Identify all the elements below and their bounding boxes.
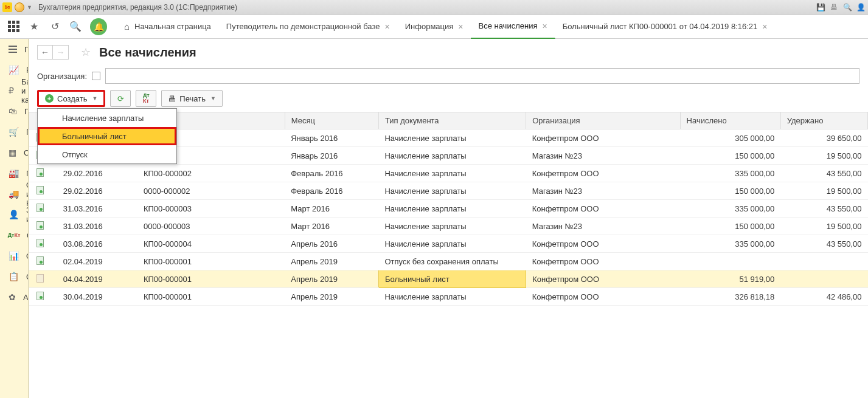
document-status-icon [35,292,45,300]
close-icon[interactable]: × [542,21,547,31]
cell-month: Апрель 2019 [285,288,378,306]
cell-deducted: 19 500,00 [780,147,867,165]
dropdown-arrow-icon[interactable]: ▼ [27,4,32,10]
table-row[interactable]: 03.08.2016КП00-000004Апрель 2016Начислен… [29,235,868,253]
document-status-icon [35,274,45,283]
print-button[interactable]: 🖶 Печать ▼ [161,90,223,107]
tab-1[interactable]: Информация× [398,15,471,39]
cell-type: Отпуск без сохранения оплаты [378,253,526,270]
cell-deducted: 43 550,00 [780,200,867,218]
tab-3[interactable]: Больничный лист КП00-000001 от 04.04.201… [555,15,776,39]
orange-circle-icon[interactable] [15,2,24,12]
search-icon[interactable]: 🔍 [842,2,852,12]
tab-2[interactable]: Все начисления× [471,15,555,39]
cell-number: КП00-000001 [137,253,285,270]
create-button[interactable]: + Создать ▼ [37,90,105,107]
nav-forward-button[interactable]: → [53,45,69,60]
cell-month: Февраль 2016 [285,182,378,200]
chevron-down-icon: ▼ [210,95,216,101]
refresh-button[interactable]: ⟳ [110,90,131,107]
sidebar-item-2[interactable]: ₽Банк и касса [0,80,28,101]
dtkt-icon: ДтКт [143,93,150,104]
home-icon: ⌂ [124,21,130,32]
close-icon[interactable]: × [762,22,767,32]
cell-date: 31.03.2016 [57,200,137,218]
column-header[interactable]: Тип документа [378,112,526,129]
print-icon[interactable]: 🖶 [829,2,839,12]
table-row[interactable]: 02.04.2019КП00-000001Апрель 2019Отпуск б… [29,253,868,270]
table-row[interactable]: 29.02.2016КП00-000002Февраль 2016Начисле… [29,165,868,182]
logo-1c-icon: 1c [2,2,12,12]
cell-deducted: 39 650,00 [780,129,867,147]
table-row[interactable]: 31.03.20160000-000003Март 2016Начисление… [29,218,868,235]
cell-date: 29.02.2016 [57,182,137,200]
document-status-icon [35,168,45,177]
book-icon: 📋 [9,271,19,282]
sidebar: Главное📈Руководителю₽Банк и касса🛍Продаж… [0,39,29,398]
filter-org-input[interactable] [105,68,859,84]
cell-accrued: 305 000,00 [680,129,780,147]
cell-type: Начисление зарплаты [378,235,526,253]
sidebar-item-label: Главное [24,45,29,54]
column-header[interactable]: Месяц [285,112,378,129]
cell-deducted [780,253,867,270]
favorite-star-icon[interactable]: ☆ [78,45,93,60]
sidebar-item-12[interactable]: ✿Администрирование [0,287,28,307]
column-header[interactable]: Удержано [780,112,867,129]
column-header[interactable]: Организация [526,112,680,129]
tab-label: Больничный лист КП00-000001 от 04.04.201… [563,22,758,31]
truck-icon: 🚚 [9,188,19,199]
sidebar-item-label: Банк и касса [21,77,29,105]
table-row[interactable]: 04.04.2019КП00-000001Апрель 2019Больничн… [29,270,868,288]
close-icon[interactable]: × [385,22,390,32]
sidebar-item-10[interactable]: 📊Отчеты [0,245,28,266]
cell-type: Начисление зарплаты [378,129,526,147]
cell-date: 30.04.2019 [57,288,137,306]
cell-deducted: 19 500,00 [780,182,867,200]
cell-accrued: 326 818,18 [680,288,780,306]
cell-number: КП00-000001 [137,270,285,288]
table-row[interactable]: 30.04.2019КП00-000001Апрель 2019Начислен… [29,288,868,306]
filter-org-checkbox[interactable] [92,72,100,80]
dropdown-item-0[interactable]: Начисление зарплаты [38,109,176,127]
table-row[interactable]: 31.03.2016КП00-000003Март 2016Начисление… [29,200,868,218]
close-icon[interactable]: × [458,22,463,32]
save-icon[interactable]: 💾 [816,2,825,12]
create-dropdown: Начисление зарплатыБольничный листОтпуск [37,108,177,164]
sidebar-item-6[interactable]: 🏭Производство [0,163,28,184]
title-bar: 1c ▼ Бухгалтерия предприятия, редакция 3… [0,0,868,15]
cell-deducted: 43 550,00 [780,235,867,253]
sidebar-item-8[interactable]: 👤Зарплата и кадры [0,204,28,225]
tab-0[interactable]: Путеводитель по демонстрационной базе× [219,15,398,39]
sidebar-item-label: Администрирование [23,293,29,302]
tab-home[interactable]: ⌂ Начальная страница [114,15,219,39]
sidebar-item-5[interactable]: ▦Склад [0,142,28,163]
cell-type: Начисление зарплаты [378,165,526,182]
search-toolbar-icon[interactable]: 🔍 [69,21,82,33]
sidebar-item-7[interactable]: 🚚ОС и НМА [0,184,28,204]
cell-org: Конфетпром ООО [526,165,680,182]
apps-grid-icon[interactable] [7,21,19,33]
user-status-icon[interactable]: 👤 [856,2,866,12]
document-status-icon [35,221,45,230]
bag-icon: 🛍 [9,106,17,117]
dtkt-button[interactable]: ДтКт [136,90,156,107]
nav-back-button[interactable]: ← [37,45,53,60]
sidebar-item-9[interactable]: ДтКтОперации [0,225,28,245]
document-status-icon [35,204,45,212]
column-header[interactable]: Начислено [680,112,780,129]
dropdown-item-2[interactable]: Отпуск [38,145,176,163]
sidebar-item-0[interactable]: Главное [0,39,28,60]
dropdown-item-1[interactable]: Больничный лист [38,127,176,145]
notifications-bell-icon[interactable]: 🔔 [90,18,107,35]
cell-org: Конфетпром ООО [526,270,680,288]
favorites-star-icon[interactable]: ★ [28,21,40,33]
gear-icon: ✿ [9,292,16,303]
chart-icon: 📈 [9,64,19,75]
history-icon[interactable]: ↺ [49,21,61,33]
table-row[interactable]: 29.02.20160000-000002Февраль 2016Начисле… [29,182,868,200]
sidebar-item-4[interactable]: 🛒Покупки [0,122,28,142]
cell-number: КП00-000002 [137,165,285,182]
sidebar-item-11[interactable]: 📋Справочники [0,266,28,287]
sidebar-item-label: Продажи [24,107,29,116]
